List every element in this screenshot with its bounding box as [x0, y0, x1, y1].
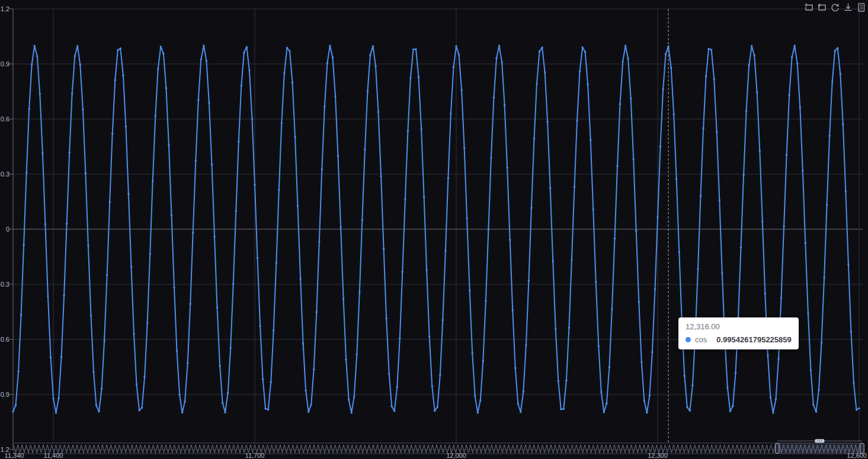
area-zoom-icon[interactable]: [804, 2, 814, 12]
chart-tooltip: 12,316.00 cos 0.9954261795225859: [678, 317, 799, 349]
y-tick-label: 0: [6, 226, 9, 233]
y-tick-label: 0.9: [1, 60, 9, 68]
y-tick-label: -0.3: [0, 281, 9, 288]
y-tick-label: -0.9: [0, 391, 9, 398]
x-tick-label: 11,400: [44, 452, 63, 459]
y-tick-label: 0.6: [1, 115, 9, 123]
x-tick-label: 12,000: [446, 452, 466, 459]
x-tick-label: 12,600: [847, 452, 867, 459]
tooltip-x-value: 12,316.00: [686, 322, 792, 332]
cos-line-chart[interactable]: 1.20.90.60.30-0.3-0.6-0.9-1.211,34011,40…: [0, 0, 868, 459]
datazoom-shadow: [14, 445, 862, 453]
x-tick-label: 11,340: [5, 452, 24, 459]
restore-icon[interactable]: [830, 2, 840, 12]
toolbox: [804, 2, 866, 12]
x-tick-label: 11,700: [245, 452, 265, 459]
x-tick-label: 12,300: [648, 452, 668, 459]
series-marker-dot: [686, 337, 691, 342]
tooltip-series-value: 0.9954261795225859: [716, 335, 792, 345]
save-image-icon[interactable]: [843, 2, 853, 12]
y-tick-label: 0.3: [1, 171, 9, 178]
data-view-icon[interactable]: [856, 2, 866, 12]
y-tick-label: 1.2: [1, 5, 9, 12]
zoom-restore-icon[interactable]: [817, 2, 827, 12]
y-tick-label: -0.6: [0, 336, 9, 343]
datazoom-handle-left[interactable]: [776, 444, 780, 454]
tooltip-series-name: cos: [695, 335, 707, 345]
chart-window: 1.20.90.60.30-0.3-0.6-0.9-1.211,34011,40…: [0, 0, 868, 459]
